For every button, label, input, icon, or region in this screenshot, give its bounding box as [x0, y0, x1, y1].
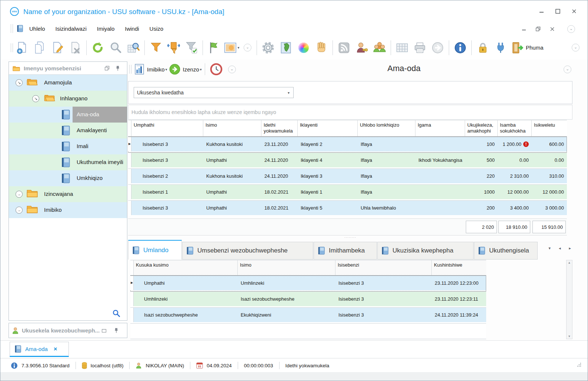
tree-item-inhlangano[interactable]: ↘ Inhlangano: [9, 91, 127, 107]
table-row[interactable]: Umhlinzeki Isazi sezobuchwepheshe Isiseb…: [130, 291, 486, 307]
tree-item-amamojula[interactable]: ↘ Amamojula: [9, 75, 127, 91]
delete-document-icon[interactable]: [66, 39, 84, 57]
exit-button[interactable]: Phuma: [510, 39, 545, 57]
mdi-restore-icon[interactable]: [536, 27, 541, 31]
hand-icon[interactable]: [313, 39, 330, 57]
tab-umlando[interactable]: Umlando: [128, 240, 182, 260]
tree-item-ukuthumela-imeyili[interactable]: Ukuthumela imeyili: [9, 154, 127, 170]
lock-icon[interactable]: [474, 39, 492, 57]
advanced-search-icon[interactable]: [124, 39, 142, 57]
tree-item-ama-oda[interactable]: Ama-oda: [9, 107, 127, 123]
column-header[interactable]: Kusuka kusimo: [134, 260, 238, 275]
tab-scroll-right-icon[interactable]: ▸: [569, 246, 571, 251]
column-header[interactable]: Umphathi: [131, 120, 203, 136]
tab-umsebenzi[interactable]: Umsebenzi wezobuchwepheshe: [182, 242, 313, 260]
column-header[interactable]: Isisebenzi: [335, 260, 432, 275]
reports-button[interactable]: Imibiko ▾: [131, 60, 168, 78]
column-header[interactable]: Iklayenti: [298, 120, 358, 136]
maximize-icon[interactable]: [555, 9, 560, 14]
menubar-overflow-icon[interactable]: ⌄: [567, 25, 575, 33]
tree-search-icon[interactable]: [112, 309, 120, 317]
table-row[interactable]: Isisebenzi 1 Umphathi 18.02.2021 Iklayen…: [128, 184, 567, 200]
flag-icon[interactable]: [205, 39, 223, 57]
column-header[interactable]: Ukujikeleza, amakhophi: [465, 120, 498, 136]
sidebar-float-icon[interactable]: [105, 66, 116, 71]
image-caret-icon[interactable]: ▾: [237, 46, 239, 50]
info-icon[interactable]: [451, 39, 469, 57]
tab-ukuzisika[interactable]: Ukuzisika kwephepha: [377, 242, 474, 260]
map-icon[interactable]: [277, 39, 295, 57]
column-header[interactable]: Idethi yokwamukela: [261, 120, 298, 136]
menubar-grip[interactable]: [11, 24, 13, 33]
collapse-icon[interactable]: ↘: [32, 95, 39, 102]
menu-isizindalwazi[interactable]: Isizindalwazi: [56, 26, 87, 32]
tree-item-imibiko[interactable]: → Imibiko: [9, 202, 127, 218]
tree-item-umkhiqizo[interactable]: Umkhiqizo: [9, 170, 127, 186]
column-header[interactable]: Uhlobo lomkhiqizo: [358, 120, 415, 136]
table-row[interactable]: Isisebenzi 3 Umphathi 24.11.2020 Iklayen…: [128, 153, 567, 168]
mdi-close-icon[interactable]: [550, 27, 555, 31]
view-toolbar-overflow-icon[interactable]: ⌄: [228, 66, 236, 73]
data-search-combobox[interactable]: Ukusesha kwedatha ▾: [134, 87, 294, 98]
tab-ukuthengisela[interactable]: Ukuthengisela: [474, 242, 538, 260]
user-key-icon[interactable]: [353, 39, 371, 57]
scroll-up-icon[interactable]: ▲: [567, 261, 572, 264]
column-header[interactable]: Isikweletu: [532, 120, 567, 136]
tab-scroll-left-icon[interactable]: ◂: [559, 246, 561, 251]
time-clock-icon[interactable]: [207, 60, 225, 78]
table-row[interactable]: Isazi sezobuchwepheshe Ekukhiqizweni Isi…: [130, 307, 486, 323]
search-icon[interactable]: [107, 39, 124, 57]
expand-icon[interactable]: →: [16, 191, 23, 198]
plug-icon[interactable]: [492, 39, 510, 57]
column-header[interactable]: Isamba sokukhokha: [498, 120, 532, 136]
table-row[interactable]: Isisebenzi 2 Kukhona kusitoki 24.11.2020…: [128, 168, 567, 184]
filter-check-icon[interactable]: [183, 39, 200, 57]
column-header[interactable]: Kushintshiwe: [432, 260, 486, 275]
sidebar-pin-icon[interactable]: [116, 66, 127, 71]
users-group-icon[interactable]: [371, 39, 388, 57]
table-view-icon[interactable]: [393, 39, 411, 57]
tree-item-izincwajana[interactable]: → Izincwajana: [9, 186, 127, 202]
menu-iwindi[interactable]: Iwindi: [125, 26, 139, 32]
resize-grip[interactable]: [577, 362, 582, 367]
new-document-icon[interactable]: [13, 39, 31, 57]
column-header[interactable]: Igama: [415, 120, 465, 136]
mdi-minimize-icon[interactable]: [522, 27, 526, 31]
tree-item-amaklayenti[interactable]: Amaklayenti: [9, 123, 127, 138]
tree-item-imali[interactable]: Imali: [9, 138, 127, 154]
table-row[interactable]: Isisebenzi 3 Umphathi 18.02.2021 Iklayen…: [128, 200, 567, 216]
group-by-bar[interactable]: Hudula ikholomu enesihloko lapha ukuze w…: [128, 105, 572, 120]
horizontal-splitter[interactable]: ········: [128, 235, 572, 240]
expand-icon[interactable]: →: [16, 207, 23, 214]
refresh-icon[interactable]: [89, 39, 107, 57]
rss-feed-icon[interactable]: [335, 39, 353, 57]
column-header[interactable]: Isimo: [203, 120, 261, 136]
filter-columns-icon[interactable]: [165, 39, 183, 57]
tab-list-icon[interactable]: ▾: [548, 246, 551, 251]
document-tab-ama-oda[interactable]: Ama-oda ×: [10, 342, 69, 357]
menu-usizo[interactable]: Usizo: [150, 26, 164, 32]
panel-overflow-icon[interactable]: ⌄: [564, 66, 571, 73]
actions-button[interactable]: Izenzo ▾: [168, 60, 203, 78]
toolbar-overflow-icon-2[interactable]: ⌄: [572, 44, 579, 51]
toolbar-overflow-icon-1[interactable]: ⌄: [244, 44, 251, 51]
filter-icon[interactable]: [147, 39, 165, 57]
settings-gear-icon[interactable]: [259, 39, 277, 57]
print-icon[interactable]: [411, 39, 429, 57]
copy-document-icon[interactable]: [31, 39, 49, 57]
support-pin-icon[interactable]: [114, 328, 127, 333]
tab-close-icon[interactable]: ×: [54, 346, 57, 352]
tab-imithambeka[interactable]: Imithambeka: [314, 242, 377, 260]
collapse-icon[interactable]: ↘: [16, 79, 23, 86]
minimize-icon[interactable]: [539, 9, 544, 14]
edit-document-icon[interactable]: [49, 39, 66, 57]
close-icon[interactable]: [571, 9, 577, 14]
menu-uhlelo[interactable]: Uhlelo: [29, 26, 45, 32]
table-row[interactable]: ▶ Isisebenzi 3 Kukhona kusitoki 23.11.20…: [128, 137, 567, 153]
scroll-down-icon[interactable]: ▼: [567, 335, 572, 338]
support-restore-icon[interactable]: [102, 328, 114, 332]
forward-icon[interactable]: [429, 39, 447, 57]
color-wheel-icon[interactable]: [295, 39, 313, 57]
column-header[interactable]: Isimo: [238, 260, 335, 275]
table-row[interactable]: ▶ Umphathi Umhlinzeki Isisebenzi 3 23.11…: [130, 275, 486, 291]
